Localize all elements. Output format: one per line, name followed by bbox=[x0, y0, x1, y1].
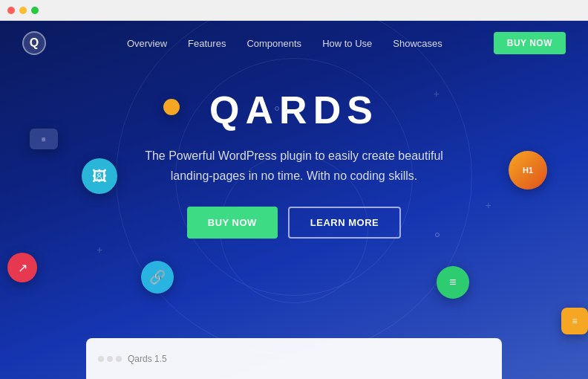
nav-link-features[interactable]: Features bbox=[188, 38, 226, 49]
preview-label: Qards 1.5 bbox=[128, 354, 167, 364]
float-lines-icon: ≡ bbox=[30, 129, 58, 149]
hero-section: QARDS The Powerful WordPress plugin to e… bbox=[0, 65, 588, 239]
hero-subtitle: The Powerful WordPress plugin to easily … bbox=[134, 146, 454, 186]
nav-buy-button[interactable]: BUY NOW bbox=[494, 32, 566, 54]
preview-bar: Qards 1.5 bbox=[86, 338, 502, 379]
nav-item-overview[interactable]: Overview bbox=[127, 36, 167, 50]
logo-letter: Q bbox=[30, 36, 39, 50]
browser-close-dot bbox=[7, 7, 15, 14]
preview-dot-2 bbox=[107, 356, 113, 362]
preview-dot-1 bbox=[98, 356, 104, 362]
hero-title: QARDS bbox=[209, 88, 379, 132]
float-list-icon: ≡ bbox=[437, 266, 469, 299]
nav-links: Overview Features Components How to Use … bbox=[76, 36, 494, 50]
nav-item-showcases[interactable]: Showcases bbox=[393, 36, 442, 50]
hero-buy-button[interactable]: BUY NOW bbox=[187, 207, 278, 239]
hero-learn-button[interactable]: LEARN MORE bbox=[288, 207, 401, 239]
nav-item-components[interactable]: Components bbox=[246, 36, 301, 50]
hero-buttons: BUY NOW LEARN MORE bbox=[187, 207, 402, 239]
logo-icon: Q bbox=[22, 31, 46, 55]
float-orange-right-icon: ≡ bbox=[561, 308, 588, 334]
nav-link-components[interactable]: Components bbox=[246, 38, 301, 49]
preview-window-dots bbox=[98, 356, 122, 362]
float-arrow-icon: ↗ bbox=[7, 253, 37, 282]
float-image-icon: 🖼 bbox=[82, 158, 117, 194]
website-area: + + + Q Overview Features Components How… bbox=[0, 21, 588, 379]
browser-maximize-dot bbox=[31, 7, 39, 14]
float-orange-dot bbox=[163, 99, 180, 115]
float-link-icon: 🔗 bbox=[141, 261, 174, 294]
nav-link-overview[interactable]: Overview bbox=[127, 38, 167, 49]
nav-link-howto[interactable]: How to Use bbox=[322, 38, 372, 49]
navbar: Q Overview Features Components How to Us… bbox=[0, 21, 588, 65]
browser-chrome bbox=[0, 0, 588, 21]
float-h1-icon: H1 bbox=[509, 151, 547, 190]
browser-minimize-dot bbox=[19, 7, 27, 14]
preview-dot-3 bbox=[116, 356, 122, 362]
nav-item-features[interactable]: Features bbox=[188, 36, 226, 50]
nav-link-showcases[interactable]: Showcases bbox=[393, 38, 442, 49]
deco-plus-3: + bbox=[97, 244, 102, 256]
nav-item-howto[interactable]: How to Use bbox=[322, 36, 372, 50]
float-h1-text: H1 bbox=[523, 166, 533, 175]
nav-logo[interactable]: Q bbox=[22, 31, 46, 55]
